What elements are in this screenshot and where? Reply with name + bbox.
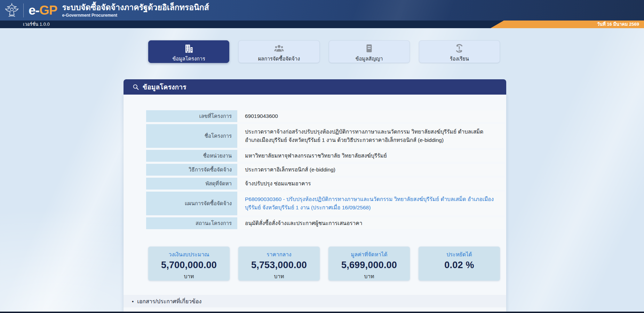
app-header: e-GP ระบบจัดซื้อจัดจ้างภาครัฐด้วยอิเล็กท…	[0, 0, 644, 21]
row-label: เลขที่โครงการ	[146, 110, 237, 122]
procurement-method: ประกวดราคาอิเล็กทรอนิกส์ (e-bidding)	[237, 164, 504, 176]
version-label: เวอร์ชั่น 1.0.0	[23, 21, 50, 28]
stat-title: ประหยัดได้	[419, 250, 500, 259]
tab-label: ข้อมูลโครงการ	[173, 55, 205, 63]
section-header: ข้อมูลโครงการ	[124, 79, 506, 95]
stat-value: 5,700,000.00	[148, 260, 230, 271]
header-streak	[0, 0, 644, 21]
project-number: 69019043600	[237, 110, 504, 122]
stat-title: มูลค่าที่จัดหาได้	[328, 250, 410, 259]
complaint-icon	[454, 43, 464, 54]
current-date: วันที่ 16 มีนาคม 2569	[597, 21, 639, 28]
stat-unit: บาท	[148, 272, 230, 281]
project-info-table: เลขที่โครงการ 69019043600 ชื่อโครงการ ปร…	[146, 110, 504, 231]
row-label: พัสดุที่จัดหา	[146, 178, 237, 190]
table-row: วิธีการจัดซื้อจัดจ้าง ประกวดราคาอิเล็กทร…	[146, 164, 504, 176]
related-docs-band: เอกสาร/ประกาศที่เกี่ยวข้อง	[124, 295, 506, 307]
table-row: แผนการจัดซื้อจัดจ้าง P68090030360 - ปรับ…	[146, 192, 504, 215]
row-label: แผนการจัดซื้อจัดจ้าง	[146, 192, 237, 215]
stat-card-median-price: ราคากลาง 5,753,000.00 บาท	[238, 247, 320, 281]
tab-label: ข้อมูลสัญญา	[356, 55, 383, 63]
stat-unit: บาท	[328, 272, 410, 281]
table-row: พัสดุที่จัดหา จ้างปรับปรุง ซ่อมแซมอาคาร	[146, 178, 504, 190]
section-title: ข้อมูลโครงการ	[143, 82, 186, 92]
procured-items: จ้างปรับปรุง ซ่อมแซมอาคาร	[237, 178, 504, 190]
row-label: สถานะโครงการ	[146, 217, 237, 229]
stats-row: วงเงินงบประมาณ 5,700,000.00 บาท ราคากลาง…	[148, 247, 500, 280]
footer-strip	[0, 312, 644, 313]
table-row: ชื่อโครงการ ประกวดราคาจ้างก่อสร้างปรับปร…	[146, 124, 504, 148]
tab-procurement-results[interactable]: ผลการจัดซื้อจัดจ้าง	[238, 40, 319, 63]
project-info-panel: เลขที่โครงการ 69019043600 ชื่อโครงการ ปร…	[124, 95, 506, 312]
stat-title: ราคากลาง	[238, 250, 320, 259]
table-row: เลขที่โครงการ 69019043600	[146, 110, 504, 122]
project-status: อนุมัติสั่งซื้อสั่งจ้างและประกาศผู้ชนะกา…	[237, 217, 504, 229]
tab-project-info[interactable]: ข้อมูลโครงการ	[148, 40, 229, 63]
stat-card-budget: วงเงินงบประมาณ 5,700,000.00 บาท	[148, 247, 230, 281]
stat-card-savings: ประหยัดได้ 0.02 %	[419, 247, 500, 281]
row-label: วิธีการจัดซื้อจัดจ้าง	[146, 164, 237, 176]
main-tabs: ข้อมูลโครงการ ผลการจัดซื้อจัดจ้าง	[148, 40, 500, 62]
stat-value: 5,699,000.00	[328, 260, 410, 271]
stat-card-procured-value: มูลค่าที่จัดหาได้ 5,699,000.00 บาท	[328, 247, 410, 281]
project-name: ประกวดราคาจ้างก่อสร้างปรับปรุงห้องปฏิบัต…	[237, 124, 504, 148]
stat-value: 5,753,000.00	[238, 260, 320, 271]
tab-label: ผลการจัดซื้อจัดจ้าง	[258, 55, 300, 63]
agency-name: มหาวิทยาลัยมหาจุฬาลงกรณราชวิทยาลัย วิทยา…	[237, 150, 504, 162]
related-docs-item: เอกสาร/ประกาศที่เกี่ยวข้อง	[132, 297, 201, 306]
stat-value: 0.02 %	[419, 260, 500, 271]
version-bar: เวอร์ชั่น 1.0.0 วันที่ 16 มีนาคม 2569	[0, 21, 644, 28]
row-label: ชื่อหน่วยงาน	[146, 150, 237, 162]
document-icon	[364, 43, 374, 54]
stat-unit	[419, 272, 500, 278]
procurement-plan-link[interactable]: P68090030360 - ปรับปรุงห้องปฏิบัติการทาง…	[237, 192, 504, 215]
tab-contract-info[interactable]: ข้อมูลสัญญา	[329, 40, 410, 63]
search-icon	[133, 84, 139, 90]
stat-title: วงเงินงบประมาณ	[148, 250, 230, 259]
stat-unit: บาท	[238, 272, 320, 281]
users-icon	[274, 43, 284, 54]
building-icon	[184, 43, 194, 54]
table-row: สถานะโครงการ อนุมัติสั่งซื้อสั่งจ้างและป…	[146, 217, 504, 229]
row-label: ชื่อโครงการ	[146, 124, 237, 148]
table-row: ชื่อหน่วยงาน มหาวิทยาลัยมหาจุฬาลงกรณราชว…	[146, 150, 504, 162]
tab-label: ร้องเรียน	[450, 55, 469, 63]
tab-complaint[interactable]: ร้องเรียน	[419, 40, 500, 63]
